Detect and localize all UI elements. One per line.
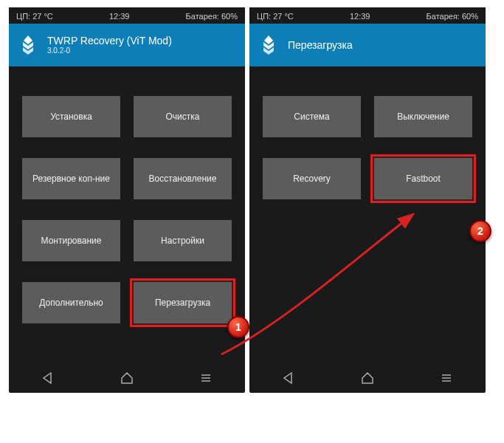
annotation-badge-1: 1 [227, 316, 249, 338]
recovery-button[interactable]: Recovery [263, 158, 361, 199]
status-battery: Батарея: 60% [186, 12, 238, 21]
status-battery: Батарея: 60% [427, 12, 478, 21]
wipe-button[interactable]: Очистка [134, 96, 232, 137]
app-header: TWRP Recovery (ViT Mod) 3.0.2-0 [9, 24, 245, 66]
nav-bar [249, 360, 486, 393]
status-temp: ЦП: 27 °C [16, 12, 53, 21]
reboot-button[interactable]: Перезагрузка [134, 282, 232, 323]
phone-right: ЦП: 27 °C 12:39 Батарея: 60% Перезагрузк… [249, 7, 486, 393]
reboot-menu-grid: Система Выключение Recovery Fastboot [249, 66, 486, 214]
install-button[interactable]: Установка [22, 96, 120, 137]
status-time: 12:39 [109, 12, 130, 21]
backup-button[interactable]: Резервное коп-ние [22, 158, 120, 199]
nav-bar [9, 360, 245, 393]
mount-button[interactable]: Монтирование [22, 220, 120, 261]
status-time: 12:39 [350, 12, 370, 21]
main-menu-grid: Установка Очистка Резервное коп-ние Восс… [9, 66, 245, 338]
header-title: Перезагрузка [288, 39, 353, 52]
fastboot-button[interactable]: Fastboot [374, 158, 472, 199]
settings-button[interactable]: Настройки [134, 220, 232, 261]
annotation-badge-2: 2 [469, 220, 491, 242]
status-temp: ЦП: 27 °C [257, 12, 294, 21]
header-title: TWRP Recovery (ViT Mod) [47, 35, 172, 47]
twrp-logo-icon [16, 33, 40, 57]
back-icon[interactable] [41, 371, 55, 385]
phone-left: ЦП: 27 °C 12:39 Батарея: 60% TWRP Recove… [9, 7, 245, 393]
menu-icon[interactable] [439, 371, 454, 385]
app-header: Перезагрузка [249, 24, 486, 66]
poweroff-button[interactable]: Выключение [374, 96, 472, 137]
home-icon[interactable] [360, 371, 375, 385]
home-icon[interactable] [120, 371, 134, 385]
menu-icon[interactable] [199, 371, 213, 385]
status-bar: ЦП: 27 °C 12:39 Батарея: 60% [9, 7, 245, 24]
back-icon[interactable] [281, 371, 296, 385]
header-version: 3.0.2-0 [47, 47, 172, 55]
advanced-button[interactable]: Дополнительно [22, 282, 120, 323]
restore-button[interactable]: Восстановление [134, 158, 232, 199]
twrp-logo-icon [257, 33, 280, 57]
status-bar: ЦП: 27 °C 12:39 Батарея: 60% [249, 7, 486, 24]
system-button[interactable]: Система [263, 96, 361, 137]
